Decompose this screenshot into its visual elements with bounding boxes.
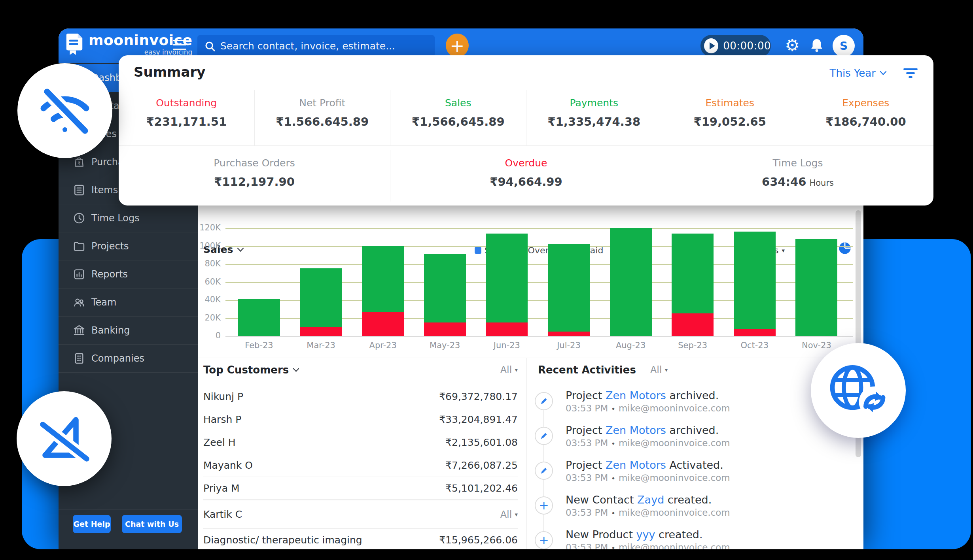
search-input[interactable] xyxy=(197,35,435,57)
top-customers-title[interactable]: Top Customers xyxy=(203,364,299,376)
sidebar-item-label: Items xyxy=(91,185,118,196)
customer-name: Harsh P xyxy=(203,414,241,425)
activity-time: 03:53 PM xyxy=(566,438,608,448)
activity-user: mike@mooninvoice.com xyxy=(619,473,730,483)
sidebar-item-label: Projects xyxy=(91,241,129,252)
recent-activities-title: Recent Activities xyxy=(538,364,636,376)
sidebar-item-label: Banking xyxy=(91,325,130,336)
customer-name: Mayank O xyxy=(203,460,253,471)
activity-user: mike@mooninvoice.com xyxy=(619,438,730,448)
customer-amount: ₹7,266,087.25 xyxy=(445,460,518,471)
period-label: This Year xyxy=(830,67,876,79)
recent-activities-filter[interactable]: All▾ xyxy=(650,364,668,375)
purchases-icon: ₹ xyxy=(73,156,85,168)
summary-card: Summary This Year Outstanding₹231,171.51… xyxy=(119,55,933,206)
chat-with-us-button[interactable]: Chat with Us xyxy=(122,515,182,533)
user-avatar[interactable]: S xyxy=(833,35,855,57)
gridline xyxy=(225,228,853,229)
metric-estimates: Estimates₹19,052.65 xyxy=(662,90,798,145)
customer-row[interactable]: Zeel H₹2,135,601.08 xyxy=(203,431,518,454)
bar-overdue-Mar-23 xyxy=(300,327,342,336)
metric-label: Estimates xyxy=(662,97,798,109)
top-customers-panel: Top Customers All▾ Nikunj P₹69,372,780.1… xyxy=(198,358,526,549)
customer-name: Kartik C xyxy=(203,509,242,520)
metric-outstanding: Outstanding₹231,171.51 xyxy=(119,90,255,145)
row-filter[interactable]: All▾ xyxy=(500,509,518,520)
top-customers-filter[interactable]: All▾ xyxy=(500,364,518,375)
sidebar-item-team[interactable]: Team xyxy=(59,288,198,317)
activity-meta: 03:53 PM•mike@mooninvoice.com xyxy=(566,473,730,483)
metric-sales: Sales₹1,566,645.89 xyxy=(390,90,526,145)
activity-meta: 03:53 PM•mike@mooninvoice.com xyxy=(566,403,730,413)
metric-label: Sales xyxy=(390,97,526,109)
activity-text: New Contact Zayd created. xyxy=(566,494,712,506)
play-icon xyxy=(704,38,718,53)
sidebar-footer-divider xyxy=(59,509,198,509)
metric-value: ₹94,664.99 xyxy=(390,175,662,189)
activity-link[interactable]: Zen Motors xyxy=(606,459,666,471)
customer-amount: ₹33,204,891.47 xyxy=(439,414,518,425)
bar-paid-Nov-23 xyxy=(795,239,837,336)
x-axis-label: Feb-23 xyxy=(229,341,289,350)
sidebar-item-companies[interactable]: Companies xyxy=(59,345,198,373)
sidebar-item-time-logs[interactable]: Time Logs xyxy=(59,204,198,232)
x-axis-label: Oct-23 xyxy=(725,341,784,350)
customer-row[interactable]: Nikunj P₹69,372,780.17 xyxy=(203,385,518,408)
customer-amount: ₹5,101,202.46 xyxy=(445,483,518,494)
bar-overdue-Sep-23 xyxy=(672,313,714,336)
triangle-down-icon: ▾ xyxy=(665,366,668,373)
customer-row[interactable]: Priya M₹5,101,202.46 xyxy=(203,477,518,500)
sidebar-item-banking[interactable]: Banking xyxy=(59,317,198,345)
sidebar-item-reports[interactable]: Reports xyxy=(59,260,198,288)
summary-row-divider xyxy=(119,145,933,146)
bar-paid-May-23 xyxy=(424,254,466,322)
metric-label: Purchase Orders xyxy=(119,157,390,169)
menu-icon[interactable] xyxy=(173,40,186,53)
activity-link[interactable]: Zen Motors xyxy=(606,424,666,436)
sidebar-item-label: Team xyxy=(91,297,116,308)
metric-expenses: Expenses₹186,740.00 xyxy=(798,90,934,145)
bar-paid-Jul-23 xyxy=(548,244,590,332)
filter-icon[interactable] xyxy=(903,68,918,80)
bar-paid-Sep-23 xyxy=(672,234,714,313)
chevron-down-icon xyxy=(880,71,887,75)
y-axis-tick: 40K xyxy=(198,295,221,304)
activity-link[interactable]: Zen Motors xyxy=(606,389,666,402)
activity-link[interactable]: yyy xyxy=(636,528,655,541)
activity-user: mike@mooninvoice.com xyxy=(619,542,730,549)
page: { "colors": { "header_blue": "#1a74e8", … xyxy=(0,0,973,560)
settings-gear-icon[interactable]: ⚙ xyxy=(783,36,801,55)
globe-sync-icon xyxy=(827,361,890,420)
metric-value: ₹1,335,474.38 xyxy=(526,115,662,128)
customer-row[interactable]: Kartik CAll▾ xyxy=(203,500,518,529)
activity-link[interactable]: Zayd xyxy=(637,494,664,506)
customer-row[interactable]: Harsh P₹33,204,891.47 xyxy=(203,408,518,431)
panel-divider xyxy=(526,358,527,549)
y-axis-tick: 80K xyxy=(198,259,221,268)
x-axis-label: Sep-23 xyxy=(663,341,722,350)
pie-chart-toggle-icon[interactable] xyxy=(839,242,851,256)
customer-row[interactable]: Mayank O₹7,266,087.25 xyxy=(203,454,518,477)
sidebar-item-projects[interactable]: Projects xyxy=(59,232,198,260)
y-axis-tick: 0 xyxy=(198,331,221,340)
period-selector[interactable]: This Year xyxy=(830,67,887,79)
legend-swatch xyxy=(475,247,481,254)
metric-value: ₹231,171.51 xyxy=(119,115,254,128)
notifications-bell-icon[interactable] xyxy=(809,38,824,55)
bar-paid-Apr-23 xyxy=(362,246,404,312)
x-axis-label: Aug-23 xyxy=(601,341,661,350)
customer-name: Priya M xyxy=(203,483,240,494)
metric-value: ₹1.566.645.89 xyxy=(255,115,390,128)
wifi-off-badge xyxy=(17,63,112,158)
get-help-button[interactable]: Get Help xyxy=(73,515,111,533)
activity-time: 03:53 PM xyxy=(566,403,608,413)
companies-icon xyxy=(73,352,85,365)
timer-button[interactable]: 00:00:00 xyxy=(700,35,771,57)
wifi-off-icon xyxy=(35,81,95,140)
add-new-button[interactable]: + xyxy=(446,34,469,57)
customer-row[interactable]: Diagnostic/ therapeutic imaging₹15,965,2… xyxy=(203,529,518,549)
activity-text: Project Zen Motors archived. xyxy=(566,424,719,436)
summary-row-2: Purchase Orders₹112,197.90Overdue₹94,664… xyxy=(119,150,933,202)
bar-paid-Aug-23 xyxy=(610,228,652,336)
customer-name: Nikunj P xyxy=(203,391,243,402)
